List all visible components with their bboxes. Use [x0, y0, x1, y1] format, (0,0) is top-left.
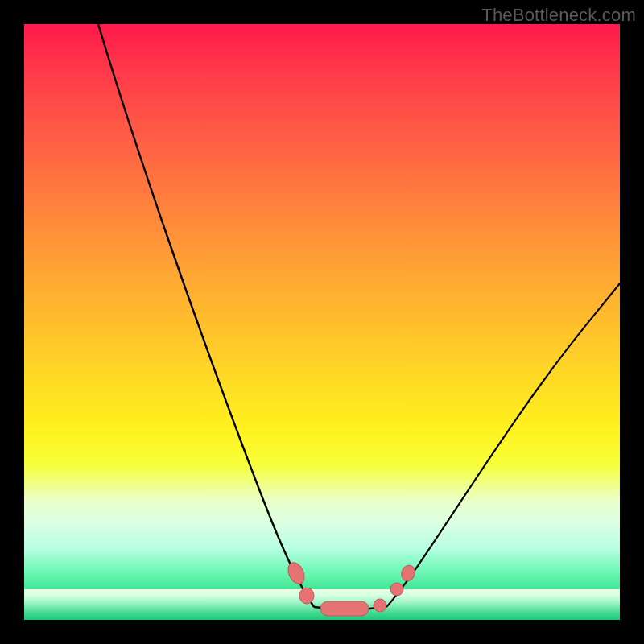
marker-floor-pill: [320, 601, 369, 616]
marker-right-upper: [399, 564, 417, 583]
marker-group: [285, 560, 417, 616]
curve-left-branch: [98, 24, 314, 607]
marker-left-lower: [299, 588, 314, 604]
plot-area: [24, 24, 620, 620]
watermark-text: TheBottleneck.com: [481, 5, 636, 26]
chart-frame: TheBottleneck.com: [0, 0, 644, 644]
chart-svg: [24, 24, 620, 620]
marker-right-mid: [390, 583, 403, 596]
marker-left-upper: [285, 560, 308, 587]
curve-right-branch: [386, 283, 620, 607]
marker-right-inner: [374, 599, 386, 612]
